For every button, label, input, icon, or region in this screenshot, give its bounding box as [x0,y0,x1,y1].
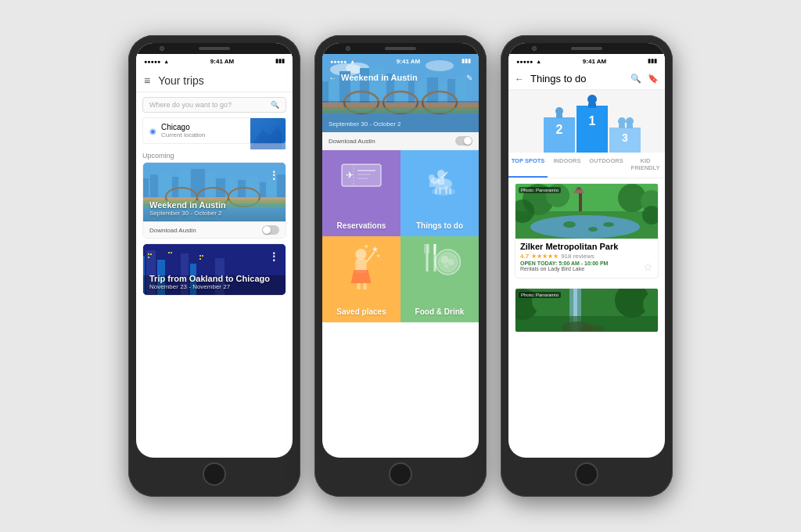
tab-indoors[interactable]: INDOORS [548,153,587,178]
toggle-knob [263,226,271,234]
tile-things[interactable]: Things to do [400,150,479,236]
svg-rect-97 [429,244,429,253]
trip-card-2[interactable]: ⋮ Trip from Oakland to Chicago November … [142,243,286,296]
place-rating-1: 4.7 ★★★★★ 918 reviews ☆ [515,253,658,260]
svg-text:★: ★ [372,245,379,253]
svg-rect-66 [322,101,479,132]
zilker-image: Photo: Panoramio [515,184,658,239]
phone-1-header: ≡ Your trips [136,68,293,92]
phone-3-hero: 2 1 3 [508,90,665,153]
svg-rect-35 [148,257,149,258]
svg-rect-108 [577,106,608,153]
svg-rect-33 [148,253,149,255]
download-label-2: Download Austin [329,138,375,145]
svg-rect-34 [150,253,152,255]
edit-icon[interactable]: ✎ [466,74,472,82]
svg-point-125 [603,222,614,227]
search-placeholder: Where do you want to go? [149,101,271,109]
phone-3-content: ← Things to do 🔍 🔖 2 1 [508,68,665,458]
svg-point-102 [441,256,449,264]
svg-rect-39 [202,255,203,257]
tile-reservations[interactable]: ✈ Reservations [322,150,400,236]
phone-1-signal: ●●●●● ▲ [144,59,169,64]
phone-3-signal: ●●●●● ▲ [516,59,541,64]
place-card-2[interactable]: Photo: Panoramio [515,288,659,332]
phone-2-header-top: ← Weekend in Austin ✎ [322,70,479,85]
phone-3-back[interactable]: ← [515,74,524,84]
download-toggle-2[interactable] [455,136,472,146]
tab-outdoors[interactable]: OUTDOORS [587,153,626,178]
phone-2-camera [346,46,350,51]
download-bar-1: Download Austin [143,221,286,238]
svg-marker-88 [351,270,372,283]
open-hours: OPEN TODAY: 5:00 AM - 10:00 PM [515,261,658,266]
bookmark-icon[interactable]: 🔖 [648,74,659,84]
trip-2-menu[interactable]: ⋮ [268,250,279,263]
svg-point-116 [618,117,626,125]
trip-2-title: Trip from Oakland to Chicago [149,274,279,283]
trip-card-1[interactable]: ⋮ Weekend in Austin September 30 - Octob… [142,162,286,239]
phone-3-notch [508,43,665,54]
tile-saved-label: Saved places [336,307,386,316]
svg-marker-132 [573,190,584,193]
phone-1-speaker [199,47,230,50]
phone-2-sub-date: September 30 - October 2 [329,120,401,128]
phone-2: ●●●●● ▲ 9:41 AM ▮▮▮ [314,35,487,497]
download-label: Download Austin [149,227,196,234]
svg-point-104 [444,264,449,268]
phone-2-notch [322,43,479,54]
phone-1-battery: ▮▮▮ [275,58,285,64]
phone-2-back[interactable]: ← [329,74,336,82]
tab-kid-friendly[interactable]: KID FRIENDLY [626,153,665,178]
phone-3-status-bar: ●●●●● ▲ 9:41 AM ▮▮▮ [508,54,665,68]
svg-text:2: 2 [556,123,563,136]
wifi-icon-3: ▲ [536,59,541,64]
tile-food[interactable]: Food & Drink [400,236,479,322]
svg-rect-37 [171,252,172,253]
tile-saved[interactable]: ★ ★ ★ Saved places [322,236,400,322]
phone-1: ●●●●● ▲ 9:41 AM ▮▮▮ ≡ Your trips Where d… [128,35,300,497]
menu-icon[interactable]: ≡ [144,74,150,87]
svg-text:★: ★ [376,253,380,258]
phone-3-title: Things to do [530,73,630,84]
phone-3-search-icon[interactable]: 🔍 [630,74,641,84]
signal-dots-2: ●●●●● [330,59,347,64]
phone-3-speaker [571,47,602,50]
svg-text:✈: ✈ [346,170,354,181]
phones-container: ●●●●● ▲ 9:41 AM ▮▮▮ ≡ Your trips Where d… [113,20,688,512]
svg-point-103 [448,259,454,265]
phone-3-screen: ●●●●● ▲ 9:41 AM ▮▮▮ ← Things to do 🔍 🔖 [508,43,665,458]
phone-1-content: ≡ Your trips Where do you want to go? 🔍 … [136,68,293,458]
phone-1-home-button[interactable] [203,462,226,486]
phone-1-status-bar: ●●●●● ▲ 9:41 AM ▮▮▮ [136,54,293,68]
battery-icon-2: ▮▮▮ [462,58,471,64]
phone-3-home-button[interactable] [575,462,598,486]
svg-rect-40 [199,258,201,260]
tab-top-spots[interactable]: TOP SPOTS [508,153,548,178]
trip-1-menu[interactable]: ⋮ [268,169,279,182]
photo-label-2: Photo: Panoramio [519,292,561,298]
svg-rect-38 [199,255,201,257]
favorite-icon[interactable]: ☆ [643,261,653,273]
phone-2-home-button[interactable] [389,462,412,486]
download-toggle[interactable] [262,225,279,235]
svg-point-123 [563,221,576,228]
wifi-icon: ▲ [163,59,169,64]
search-bar[interactable]: Where do you want to go? 🔍 [142,97,286,113]
phone-3-camera [532,46,537,51]
phone-2-title: Weekend in Austin [341,73,466,82]
svg-rect-130 [579,192,582,211]
svg-text:3: 3 [622,131,628,144]
phone-2-signal: ●●●●● ▲ [330,59,355,64]
phone-3-time: 9:41 AM [583,58,606,65]
phone-2-battery: ▮▮▮ [462,58,471,64]
phone-1-camera [160,46,164,51]
phone-2-speaker [385,47,416,50]
svg-rect-96 [425,244,426,253]
current-location[interactable]: ◉ Chicago Current location [142,117,286,144]
upcoming-label: Upcoming [136,149,293,162]
place-card-zilker[interactable]: Photo: Panoramio Zilker Metropolitan Par… [515,183,659,279]
search-icon: 🔍 [271,101,279,109]
place-name-1: Zilker Metropolitan Park [515,239,658,253]
trip-1-title: Weekend in Austin [149,200,279,210]
